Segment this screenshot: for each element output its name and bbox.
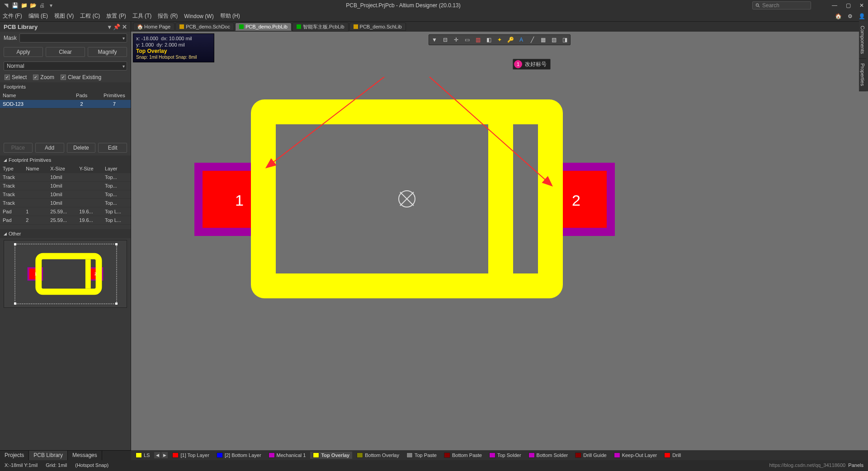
close-icon[interactable]: ✕ (858, 2, 865, 9)
rect-icon[interactable]: ▭ (463, 36, 471, 43)
panel-pin-icon[interactable]: 📌 (113, 24, 120, 30)
clear-existing-checkbox[interactable]: ✓Clear Existing (61, 74, 101, 80)
mask-dropdown[interactable] (19, 33, 127, 42)
watermark-url: https://blog.csdn.net/qq_34118600 (769, 462, 845, 468)
layer-tab[interactable]: Top Paste (404, 452, 439, 459)
line-icon[interactable]: ╱ (528, 36, 536, 43)
normal-dropdown[interactable]: Normal (4, 61, 127, 71)
panels-button[interactable]: Panels (848, 462, 863, 468)
filter-icon[interactable]: ▼ (431, 36, 438, 43)
pcb-library-panel: PCB Library ▾📌✕ Mask Apply Clear Magnify… (0, 22, 131, 460)
open-icon[interactable]: 📁 (21, 2, 27, 9)
col-ysize[interactable]: Y-Size (76, 165, 102, 173)
layer-tab[interactable]: Drill (661, 452, 684, 459)
tab-projects[interactable]: Projects (0, 451, 29, 460)
layer-tab[interactable]: Keep-Out Layer (611, 452, 660, 459)
3d-icon[interactable]: ◨ (561, 36, 568, 43)
tab-home[interactable]: 🏠Home Page (133, 23, 175, 31)
menu-help[interactable]: 帮助 (H) (220, 12, 240, 20)
menu-project[interactable]: 工程 (C) (80, 12, 100, 20)
edit-button[interactable]: Edit (98, 143, 127, 153)
layer-tab[interactable]: Bottom Solder (526, 452, 571, 459)
move-icon[interactable]: ✛ (453, 36, 460, 43)
menu-tools[interactable]: 工具 (T) (132, 12, 152, 20)
primitives-section[interactable]: ◢Footprint Primitives (0, 155, 131, 165)
tab-messages[interactable]: Messages (68, 451, 102, 460)
prim-row[interactable]: Pad125.59...19.6...Top L... (0, 207, 131, 216)
tab-pcblib[interactable]: PCB_demo.PcbLib (235, 23, 292, 31)
panel-dropdown-icon[interactable]: ▾ (108, 24, 111, 30)
other-section[interactable]: ◢Other (0, 229, 131, 238)
layer-tab[interactable]: Bottom Paste (441, 452, 485, 459)
layer-prev-icon[interactable]: ◀ (154, 452, 160, 458)
side-tab-components[interactable]: Components (859, 21, 866, 59)
col-layer[interactable]: Layer (102, 165, 131, 173)
layer-tab[interactable]: Top Overlay (310, 452, 352, 459)
col-pname[interactable]: Name (23, 165, 47, 173)
col-xsize[interactable]: X-Size (47, 165, 76, 173)
align-icon[interactable]: ▥ (474, 36, 481, 43)
prim-row[interactable]: Track10milTop... (0, 182, 131, 190)
layer-swatch (614, 452, 620, 458)
minimize-icon[interactable]: — (831, 2, 838, 9)
side-tab-properties[interactable]: Properties (859, 59, 866, 91)
menu-edit[interactable]: 编辑 (E) (28, 12, 48, 20)
apply-button[interactable]: Apply (4, 47, 43, 57)
layer-ls[interactable]: LS (133, 452, 152, 459)
prim-row[interactable]: Pad225.59...19.6...Top L... (0, 216, 131, 225)
menu-place[interactable]: 放置 (P) (106, 12, 126, 20)
prim-row[interactable]: Track10milTop... (0, 190, 131, 199)
save-icon[interactable]: 💾 (12, 2, 18, 9)
zoom-checkbox[interactable]: ✓Zoom (33, 74, 54, 80)
print-icon[interactable]: 🖨 (39, 2, 45, 9)
search-placeholder: Search (762, 2, 779, 9)
layer-swatch (406, 452, 413, 458)
maximize-icon[interactable]: ▢ (844, 2, 852, 9)
menu-view[interactable]: 视图 (V) (54, 12, 74, 20)
layer-tab[interactable]: [1] Top Layer (170, 452, 212, 459)
eraser-icon[interactable]: ◧ (485, 36, 492, 43)
prim-row[interactable]: Track10milTop... (0, 199, 131, 207)
dropdown-icon[interactable]: ▾ (48, 2, 54, 9)
clear-button[interactable]: Clear (46, 47, 85, 57)
delete-button[interactable]: Delete (67, 143, 96, 153)
pcb-canvas[interactable]: x: -18.000 dx: 10.000 mil y: 1.000 dy: 2… (131, 32, 868, 450)
tab-schdoc[interactable]: PCB_demo.SchDoc (175, 23, 234, 31)
settings-icon[interactable]: ⚙ (846, 13, 854, 20)
select-checkbox[interactable]: ✓Select (5, 74, 27, 80)
magnify-button[interactable]: Magnify (88, 47, 127, 57)
layer-tab[interactable]: Drill Guide (572, 452, 609, 459)
col-pads[interactable]: Pads (66, 91, 98, 100)
footprint-row[interactable]: SOD-123 2 7 (0, 100, 131, 108)
status-bar: X:-18mil Y:1mil Grid: 1mil (Hotspot Snap… (0, 460, 868, 470)
layer-next-icon[interactable]: ▶ (161, 452, 168, 458)
menu-window[interactable]: Window (W) (184, 13, 213, 19)
layer-tab[interactable]: Top Solder (486, 452, 524, 459)
panel-close-icon[interactable]: ✕ (122, 24, 127, 30)
select-icon[interactable]: ⊟ (442, 36, 449, 43)
col-primitives[interactable]: Primitives (98, 91, 131, 100)
star-icon[interactable]: ✦ (496, 36, 503, 43)
home-icon[interactable]: 🏠 (835, 13, 842, 20)
search-input[interactable]: Search (752, 1, 811, 9)
key-icon[interactable]: 🔑 (507, 36, 514, 43)
user-icon[interactable]: 👤 (858, 13, 865, 20)
layer-tab[interactable]: Mechanical 1 (266, 452, 309, 459)
layer-tab[interactable]: Bottom Overlay (354, 452, 402, 459)
tab-pcb-library[interactable]: PCB Library (29, 451, 68, 460)
layer-tab[interactable]: [2] Bottom Layer (214, 452, 264, 459)
grid-icon[interactable]: ▦ (539, 36, 547, 43)
prim-row[interactable]: Track10milTop... (0, 173, 131, 182)
view-icon[interactable]: ▧ (550, 36, 557, 43)
col-type[interactable]: Type (0, 165, 23, 173)
menu-report[interactable]: 报告 (R) (158, 12, 178, 20)
col-name[interactable]: Name (0, 91, 66, 100)
tab-smartcar[interactable]: 智能车主板.PcbLib (292, 22, 349, 32)
svg-text:2: 2 (94, 272, 97, 276)
menu-file[interactable]: 文件 (F) (3, 12, 22, 20)
open2-icon[interactable]: 📂 (30, 2, 36, 9)
text-icon[interactable]: A (518, 36, 525, 43)
place-button[interactable]: Place (4, 143, 33, 153)
tab-schlib[interactable]: PCB_demo.SchLib (349, 23, 406, 31)
add-button[interactable]: Add (35, 143, 64, 153)
